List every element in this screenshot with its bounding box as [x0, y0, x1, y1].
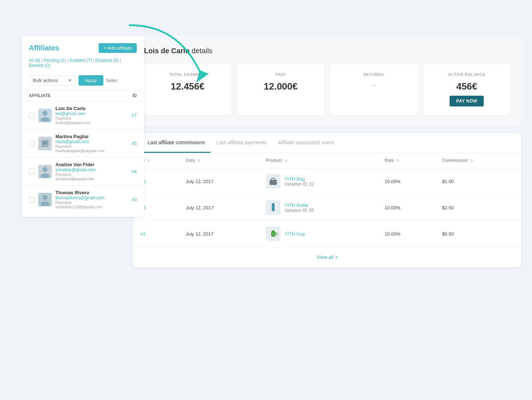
tab-last-commissions[interactable]: Last affiliate commissions	[142, 133, 211, 153]
commissions-card: Last affiliate commissions Last affiliat…	[133, 133, 521, 267]
affiliate-info: Thomas Rivero thomasrivero@gmail.com Pay…	[55, 190, 128, 209]
row-commission-6: $2.50	[435, 195, 521, 221]
table-row: #1 July 12, 2017	[133, 221, 521, 247]
affiliate-avatar	[38, 137, 52, 150]
row-rate-5: 10.00%	[378, 168, 435, 195]
stat-value-total-earnings: 12.456€	[151, 81, 224, 92]
bag-product-icon	[268, 176, 278, 186]
affiliate-id[interactable]: #5	[132, 141, 137, 146]
affiliate-row[interactable]: Martina Pagliai marti@gmail.com Payment:…	[22, 129, 144, 157]
add-affiliate-button[interactable]: + Add affiliate	[99, 43, 137, 53]
stat-label-paid: PAID	[244, 72, 317, 77]
col-header-commission[interactable]: Commission ⇅	[435, 153, 521, 168]
affiliate-email[interactable]: marti@gmail.com	[55, 139, 128, 144]
affiliate-payment-value: annalise@paypal.com	[55, 177, 128, 181]
col-header-date[interactable]: Date ⇅	[179, 153, 259, 168]
sort-icon-id: ⇅	[147, 159, 150, 163]
affiliate-payment-label: Payment:	[55, 172, 128, 177]
affiliate-checkbox[interactable]	[29, 113, 35, 118]
affiliate-email[interactable]: lori@gmail.com	[55, 111, 128, 116]
filter-all[interactable]: All (8)	[29, 58, 40, 63]
view-all-link[interactable]: View all >	[133, 247, 521, 267]
row-date-6: July 12, 2017	[179, 195, 259, 221]
affiliate-payment-value: martinapagliai@paypal.com	[55, 149, 128, 153]
filter-pending[interactable]: Pending (1)	[44, 58, 66, 63]
stat-value-paid: 12.000€	[244, 81, 317, 92]
stat-card-refunds: REFUNDS –	[330, 64, 418, 115]
affiliate-checkbox[interactable]	[29, 197, 35, 203]
tab-last-payments[interactable]: Last affiliate payments	[211, 133, 272, 153]
row-id-1[interactable]: #1	[140, 231, 145, 237]
product-name-bag[interactable]: YITH Bag	[285, 176, 314, 182]
affiliate-table-header: Affiliate ID	[22, 90, 144, 101]
affiliate-id[interactable]: #3	[132, 197, 137, 202]
affiliate-name: Thomas Rivero	[55, 190, 128, 195]
bulk-actions-row: Bulk actions Apply Selec	[22, 72, 144, 90]
panel-header: Affiliates + Add affiliate	[22, 43, 144, 56]
row-date-5: July 12, 2017	[179, 168, 259, 195]
affiliate-id[interactable]: #4	[132, 169, 137, 174]
pay-now-button[interactable]: PAY NOW	[450, 96, 484, 106]
select-all-text: Selec	[106, 78, 118, 83]
affiliate-info: Analise Van Fider annalise@gmail.com Pay…	[55, 162, 128, 181]
row-rate-1: 10.00%	[378, 221, 435, 247]
product-variation-bottle: Variation ID: 55	[285, 208, 314, 213]
product-name-bottle[interactable]: YITH Bottle	[285, 203, 314, 208]
row-rate-6: 10.00%	[378, 195, 435, 221]
affiliate-row[interactable]: Analise Van Fider annalise@gmail.com Pay…	[22, 157, 144, 185]
affiliate-email[interactable]: thomasrivero@gmail.com	[55, 195, 128, 200]
stat-card-active-balance: ACTIVE BALANCE 456€ PAY NOW	[423, 64, 511, 115]
affiliate-avatar	[38, 165, 52, 178]
stat-label-refunds: REFUNDS	[337, 72, 410, 77]
sort-icon-rate: ⇅	[396, 159, 399, 163]
filter-links: All (8) | Pending (1) | Enabled (7) | Di…	[22, 56, 144, 72]
affiliate-avatar	[38, 109, 52, 122]
row-date-1: July 12, 2017	[179, 221, 259, 247]
affiliate-email[interactable]: annalise@gmail.com	[55, 167, 128, 172]
apply-button[interactable]: Apply	[78, 75, 103, 86]
main-panel: Lois de Carlo details TOTAL EARNINGS 12.…	[133, 36, 521, 267]
tabs-header: Last affiliate commissions Last affiliat…	[133, 133, 521, 153]
affiliate-checkbox[interactable]	[29, 141, 35, 146]
bottle-product-icon	[268, 203, 278, 213]
affiliate-checkbox[interactable]	[29, 169, 35, 174]
bulk-actions-dropdown[interactable]: Bulk actions	[29, 75, 76, 86]
sort-icon-commission: ⇅	[470, 159, 473, 163]
filter-enabled[interactable]: Enabled (7)	[69, 58, 92, 63]
table-row: #5 July 12, 2017	[133, 168, 521, 195]
row-commission-1: $0.50	[435, 221, 521, 247]
affiliate-payment-label: Payment:	[55, 200, 128, 205]
product-info: YITH Cup	[285, 231, 305, 237]
col-header-rate[interactable]: Rate ⇅	[378, 153, 435, 168]
affiliate-id[interactable]: #7	[132, 113, 137, 118]
svg-rect-3	[270, 180, 277, 185]
affiliates-panel: Affiliates + Add affiliate All (8) | Pen…	[22, 36, 144, 217]
header-id: ID	[132, 93, 137, 98]
filter-banned[interactable]: Banned (0)	[29, 63, 50, 68]
product-variation-bag: Variation ID: 22	[285, 182, 314, 187]
svg-rect-5	[272, 204, 275, 211]
commission-table: ID ⇅ Date ⇅ Product ⇅ Rate ⇅	[133, 153, 521, 247]
tab-associated-users[interactable]: Affiliate associated users	[272, 133, 339, 153]
affiliate-row[interactable]: Lois De Carlo lori@gmail.com Payment: lo…	[22, 101, 144, 129]
affiliate-row[interactable]: Thomas Rivero thomasrivero@gmail.com Pay…	[22, 185, 144, 213]
affiliate-payment-label: Payment:	[55, 116, 128, 121]
affiliate-payment-value: uncletom113@paypal.com	[55, 205, 128, 209]
header-affiliate: Affiliate	[29, 93, 50, 98]
affiliate-name-bold: Lois de Carlo	[144, 47, 190, 55]
product-cell: YITH Bottle Variation ID: 55	[266, 200, 370, 215]
product-name-cup[interactable]: YITH Cup	[285, 231, 305, 237]
stat-label-total-earnings: TOTAL EARNINGS	[151, 72, 224, 77]
svg-rect-2	[43, 141, 47, 144]
product-thumb-cup	[266, 227, 280, 241]
col-header-product[interactable]: Product ⇅	[259, 153, 378, 168]
affiliate-info: Lois De Carlo lori@gmail.com Payment: lo…	[55, 106, 128, 125]
product-cell: YITH Bag Variation ID: 22	[266, 174, 370, 188]
stat-label-active-balance: ACTIVE BALANCE	[430, 72, 504, 77]
affiliate-info: Martina Pagliai marti@gmail.com Payment:…	[55, 134, 128, 153]
filter-sep4: |	[120, 58, 121, 63]
stat-card-total-earnings: TOTAL EARNINGS 12.456€	[144, 64, 231, 115]
filter-disabled[interactable]: Disabled (0)	[95, 58, 119, 63]
details-title: Lois de Carlo details	[144, 47, 510, 55]
product-cell: YITH Cup	[266, 227, 370, 241]
